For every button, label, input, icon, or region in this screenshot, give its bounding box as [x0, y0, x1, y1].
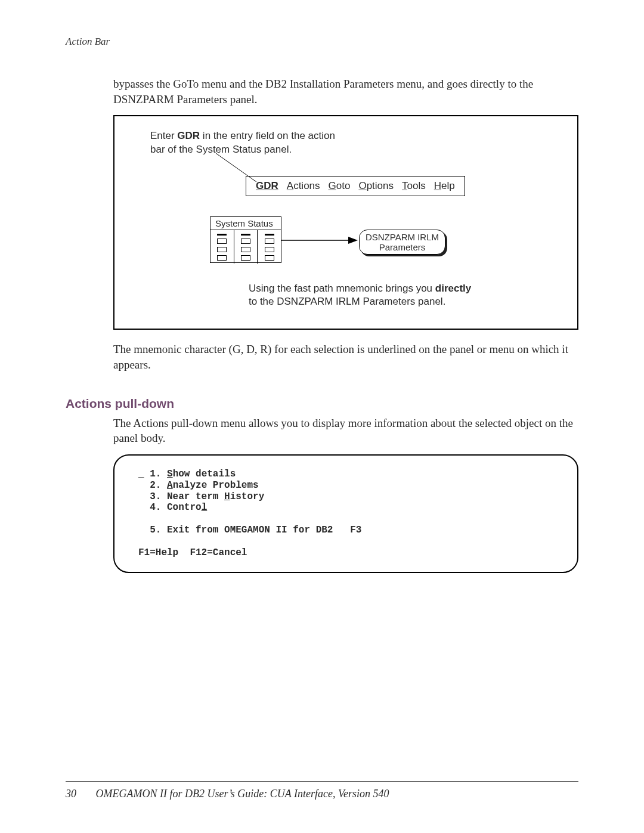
target-line2: Parameters	[362, 242, 442, 252]
figure-caption: Enter GDR in the entry field on the acti…	[150, 129, 341, 157]
exit-line: 5. Exit from OMEGAMON II for DB2 F3	[150, 525, 361, 535]
dsnzparm-target-box: DSNZPARM IRLM Parameters	[359, 230, 445, 255]
prompt: _	[138, 469, 150, 479]
page-footer: 30 OMEGAMON II for DB2 User’s Guide: CUA…	[66, 781, 578, 800]
actions-pulldown-panel: _ 1. Show details 2. Analyze Problems 3.…	[113, 454, 578, 573]
menu-goto[interactable]: Goto	[329, 180, 351, 192]
footer-title: OMEGAMON II for DB2 User’s Guide: CUA In…	[96, 788, 389, 800]
figure-note: Using the fast path mnemonic brings you …	[249, 282, 475, 308]
intro-paragraph: bypasses the GoTo menu and the DB2 Insta…	[113, 76, 578, 107]
mini-panel-title: System Status	[210, 217, 281, 230]
page-number: 30	[66, 788, 76, 800]
menu-options[interactable]: Options	[358, 180, 394, 192]
arrow-icon	[281, 234, 359, 246]
menu-actions[interactable]: Actions	[287, 180, 320, 192]
section-intro: The Actions pull-down menu allows you to…	[113, 416, 578, 446]
terminal-footer: F1=Help F12=Cancel	[138, 547, 247, 558]
caption-bold: GDR	[177, 130, 200, 141]
mnemonic-paragraph: The mnemonic character (G, D, R) for eac…	[113, 342, 578, 372]
running-header: Action Bar	[66, 36, 578, 48]
figure-frame: Enter GDR in the entry field on the acti…	[113, 115, 578, 330]
caption-pre: Enter	[150, 130, 177, 141]
svg-marker-2	[348, 237, 358, 244]
menu-help[interactable]: Help	[434, 180, 455, 192]
action-bar: GDR Actions Goto Options Tools Help	[246, 176, 465, 196]
system-status-panel-icon: System Status	[210, 216, 281, 263]
gdr-entry-field[interactable]: GDR	[256, 180, 278, 192]
menu-tools[interactable]: Tools	[402, 180, 426, 192]
target-line1: DSNZPARM IRLM	[362, 232, 442, 242]
section-heading: Actions pull-down	[66, 397, 578, 411]
